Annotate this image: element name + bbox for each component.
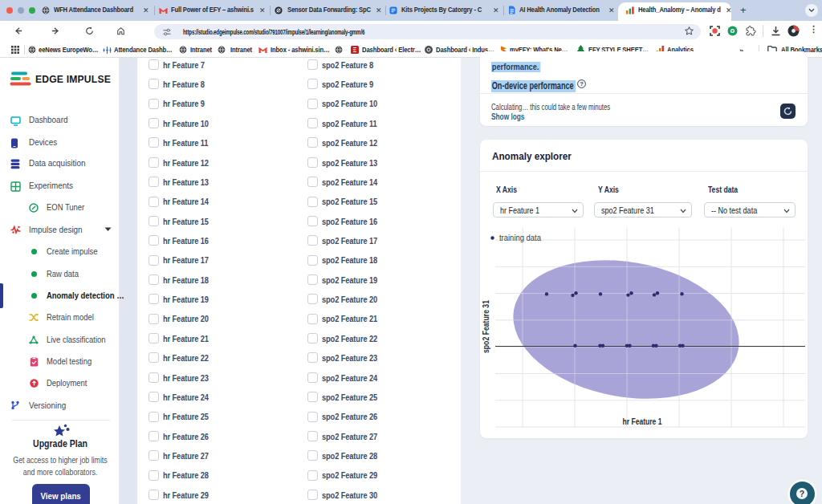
svg-text:training data: training data bbox=[499, 234, 541, 242]
svg-text:spo2 Feature 31: spo2 Feature 31 bbox=[481, 300, 490, 353]
svg-text:hr Feature 1: hr Feature 1 bbox=[623, 417, 662, 426]
svg-text:?: ? bbox=[580, 80, 584, 87]
